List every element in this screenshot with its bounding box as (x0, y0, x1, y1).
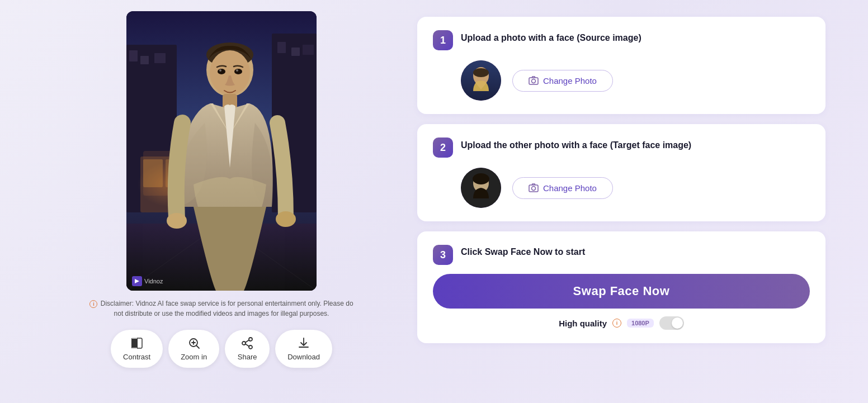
source-avatar (461, 60, 501, 101)
contrast-icon (130, 336, 144, 350)
svg-line-40 (246, 340, 249, 342)
quality-row: High quality i 1080P (433, 316, 810, 330)
step-1-header: 1 Upload a photo with a face (Source ima… (433, 30, 810, 50)
step-1-card: 1 Upload a photo with a face (Source ima… (417, 17, 825, 114)
quality-label: High quality (559, 319, 607, 328)
disclaimer-text: i Disclaimer: Vidnoz AI face swap servic… (87, 298, 356, 319)
zoom-icon (187, 336, 201, 350)
svg-rect-30 (132, 338, 137, 348)
contrast-button[interactable]: Contrast (111, 330, 163, 368)
step-1-content: Change Photo (433, 60, 810, 101)
svg-point-46 (532, 79, 536, 83)
svg-rect-15 (143, 159, 163, 187)
download-button[interactable]: Download (275, 330, 332, 368)
zoom-label: Zoom in (181, 353, 207, 361)
svg-rect-6 (277, 42, 286, 53)
change-photo-source-button[interactable]: Change Photo (512, 70, 613, 92)
svg-point-26 (276, 211, 296, 227)
step-3-header: 3 Click Swap Face Now to start (433, 245, 810, 265)
svg-point-19 (210, 50, 250, 95)
swap-face-now-button[interactable]: Swap Face Now (433, 274, 810, 309)
svg-rect-2 (129, 50, 138, 61)
change-photo-source-label: Change Photo (543, 76, 597, 86)
disclaimer-content: Disclaimer: Vidnoz AI face swap service … (101, 300, 353, 317)
svg-rect-7 (291, 48, 300, 56)
svg-rect-8 (303, 45, 314, 55)
contrast-label: Contrast (123, 353, 150, 361)
step-2-card: 2 Upload the other photo with a face (Ta… (417, 124, 825, 221)
svg-point-23 (236, 69, 238, 72)
target-avatar (461, 168, 501, 208)
target-avatar-image (461, 168, 501, 208)
change-photo-icon-1 (529, 76, 539, 85)
step-3-card: 3 Click Swap Face Now to start Swap Face… (417, 231, 825, 343)
toolbar: Contrast Zoom in Shar (111, 330, 332, 368)
step-2-header: 2 Upload the other photo with a face (Ta… (433, 138, 810, 158)
vidnoz-logo-icon (134, 278, 140, 285)
watermark: Vidnoz (132, 276, 163, 286)
change-photo-target-label: Change Photo (543, 183, 597, 193)
svg-point-38 (242, 342, 246, 345)
step-2-title: Upload the other photo with a face (Targ… (461, 138, 691, 150)
step-2-content: Change Photo (433, 168, 810, 208)
change-photo-target-button[interactable]: Change Photo (512, 177, 613, 199)
download-icon (297, 336, 310, 350)
main-container: Vidnoz i Disclaimer: Vidnoz AI face swap… (43, 11, 825, 368)
svg-point-37 (249, 338, 252, 341)
share-button[interactable]: Share (225, 330, 270, 368)
step-2-badge: 2 (433, 138, 453, 158)
right-panel: 1 Upload a photo with a face (Source ima… (417, 11, 825, 343)
svg-rect-3 (140, 56, 149, 64)
preview-image-wrap: Vidnoz (126, 11, 317, 291)
source-avatar-image (461, 60, 501, 101)
main-preview-image (126, 11, 317, 291)
svg-point-21 (234, 69, 242, 74)
quality-info-icon[interactable]: i (612, 319, 621, 328)
svg-point-49 (473, 173, 489, 184)
svg-point-20 (218, 69, 225, 74)
step-1-badge: 1 (433, 30, 453, 50)
svg-point-39 (249, 345, 252, 349)
change-photo-icon-2 (529, 183, 539, 192)
watermark-text: Vidnoz (144, 278, 163, 285)
step-1-title: Upload a photo with a face (Source image… (461, 30, 641, 43)
svg-marker-27 (135, 279, 139, 283)
svg-line-41 (246, 344, 249, 346)
watermark-logo (132, 276, 142, 286)
svg-point-22 (219, 69, 221, 72)
svg-line-34 (196, 346, 199, 349)
quality-badge: 1080P (627, 319, 654, 328)
step-3-title: Click Swap Face Now to start (461, 247, 585, 257)
share-label: Share (238, 353, 257, 361)
step-3-badge: 3 (433, 245, 453, 265)
disclaimer-icon: i (89, 300, 97, 308)
svg-point-44 (473, 68, 489, 77)
svg-rect-4 (154, 53, 166, 63)
svg-point-25 (167, 213, 187, 229)
quality-toggle[interactable] (659, 316, 684, 330)
download-label: Download (287, 353, 320, 361)
zoom-button[interactable]: Zoom in (168, 330, 219, 368)
left-panel: Vidnoz i Disclaimer: Vidnoz AI face swap… (43, 11, 400, 368)
svg-point-51 (532, 187, 536, 191)
share-icon (240, 336, 254, 350)
